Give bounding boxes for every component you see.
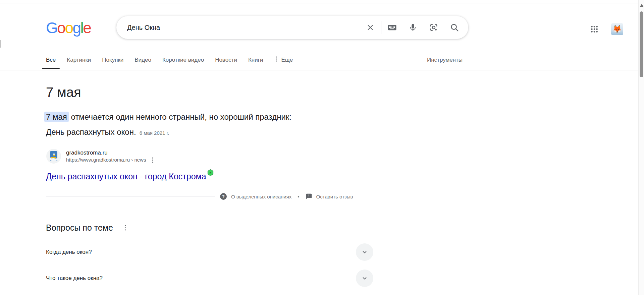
- apps-grid-glyph: [590, 25, 599, 34]
- search-submit-icon[interactable]: [449, 22, 460, 33]
- site-favicon[interactable]: [46, 149, 61, 164]
- search-results-main: 7 мая 7 мая отмечается один немного стра…: [46, 84, 374, 291]
- kaspersky-safe-badge-icon: К: [207, 169, 214, 176]
- search-input[interactable]: [127, 24, 365, 32]
- snippet-divider: [46, 196, 215, 196]
- google-search-results-page: Google: [0, 0, 644, 295]
- tools-button[interactable]: Инструменты: [427, 57, 463, 63]
- result-title-text: День распахнутых окон - город Кострома: [46, 172, 206, 181]
- lens-icon-glyph: [429, 23, 438, 32]
- top-divider: [0, 3, 644, 3]
- avatar-image: 🦊: [612, 25, 622, 34]
- feedback-icon[interactable]: [306, 193, 312, 200]
- tab-label: Видео: [135, 57, 151, 63]
- user-avatar[interactable]: 🦊: [611, 23, 623, 35]
- more-dots-icon: [274, 56, 279, 64]
- snippet-feedback-row: ? О выделенных описаниях • Оставить отзы…: [46, 192, 374, 200]
- scroll-up-arrow-icon[interactable]: [640, 4, 644, 7]
- logo-letter: g: [72, 19, 80, 37]
- tab-short-videos[interactable]: Короткие видео: [162, 50, 204, 70]
- svg-text:К: К: [209, 171, 211, 175]
- feedback-separator: •: [296, 194, 301, 199]
- magnifier-icon-glyph: [449, 22, 460, 33]
- tab-label: Короткие видео: [162, 57, 204, 63]
- results-tab-bar: Все Картинки Покупки Видео Короткие виде…: [0, 50, 638, 70]
- logo-letter: e: [83, 19, 91, 37]
- keyboard-icon[interactable]: [387, 22, 397, 33]
- tab-news[interactable]: Новости: [215, 50, 237, 70]
- page-scrollbar[interactable]: [638, 0, 644, 295]
- tab-books[interactable]: Книги: [248, 50, 263, 70]
- expand-question-button[interactable]: [356, 270, 373, 287]
- scrollbar-thumb[interactable]: [640, 11, 643, 77]
- tab-label: Картинки: [67, 57, 91, 63]
- google-logo[interactable]: Google: [46, 19, 91, 37]
- snippet-text-line2: День распахнутых окон.: [46, 127, 136, 136]
- tab-label: Книги: [248, 57, 263, 63]
- snippet-line-2: День распахнутых окон.6 мая 2021 г.: [46, 124, 374, 140]
- snippet-date: 6 мая 2021 г.: [140, 130, 169, 136]
- snippet-highlight: 7 мая: [44, 112, 69, 122]
- tab-label: Все: [46, 57, 56, 63]
- clear-search-icon[interactable]: [365, 22, 375, 33]
- people-also-ask-heading: Вопросы по теме: [46, 222, 113, 233]
- chevron-down-icon: [361, 248, 369, 256]
- question-text: Что такое день окна?: [46, 275, 103, 282]
- related-question-row[interactable]: Когда день окон?: [46, 239, 374, 265]
- keyboard-icon-glyph: [387, 22, 397, 33]
- logo-letter: G: [46, 19, 57, 37]
- camera-lens-icon[interactable]: [429, 22, 439, 33]
- source-url[interactable]: https://www.gradkostroma.ru › news: [66, 157, 155, 163]
- about-snippets-link[interactable]: О выделенных описаниях: [231, 194, 291, 199]
- microphone-icon[interactable]: [408, 22, 418, 33]
- result-source-row: gradkostroma.ru https://www.gradkostroma…: [46, 149, 374, 164]
- related-question-row[interactable]: Что такое день окна?: [46, 265, 374, 291]
- result-title-link[interactable]: День распахнутых окон - город КостромаК: [46, 169, 214, 182]
- left-edge-artifact: [0, 40, 1, 48]
- people-also-ask-section: Вопросы по теме Когда день окон?: [46, 222, 374, 291]
- source-domain[interactable]: gradkostroma.ru: [66, 149, 155, 157]
- section-options-icon[interactable]: [123, 225, 127, 231]
- svg-text:?: ?: [222, 194, 225, 199]
- question-text: Когда день окон?: [46, 249, 92, 255]
- close-icon: [366, 23, 375, 32]
- featured-snippet-text: 7 мая отмечается один немного странный, …: [46, 109, 374, 140]
- logo-letter: o: [65, 19, 72, 37]
- chevron-down-icon: [361, 274, 369, 282]
- tab-label: Ещё: [281, 57, 293, 63]
- tab-videos[interactable]: Видео: [135, 50, 151, 70]
- google-apps-grid-icon[interactable]: [589, 24, 600, 35]
- search-bar[interactable]: [116, 16, 468, 39]
- snippet-text-rest: отмечается один немного странный, но хор…: [69, 112, 291, 121]
- tab-label: Покупки: [102, 57, 123, 63]
- expand-question-button[interactable]: [356, 243, 373, 261]
- result-options-icon[interactable]: [151, 157, 155, 163]
- snippet-line-1: 7 мая отмечается один немного странный, …: [46, 109, 374, 124]
- tab-images[interactable]: Картинки: [67, 50, 91, 70]
- mic-icon-glyph: [408, 23, 418, 32]
- source-url-text: https://www.gradkostroma.ru › news: [66, 157, 146, 163]
- source-text-block: gradkostroma.ru https://www.gradkostroma…: [66, 149, 155, 163]
- logo-letter: o: [57, 19, 65, 37]
- related-questions-list: Когда день окон? Что такое день окна?: [46, 239, 374, 291]
- about-snippets-help-icon[interactable]: ?: [220, 193, 227, 200]
- tab-more[interactable]: Ещё: [274, 50, 293, 70]
- tab-shopping[interactable]: Покупки: [102, 50, 123, 70]
- tab-all[interactable]: Все: [46, 50, 56, 70]
- leave-feedback-link[interactable]: Оставить отзыв: [316, 194, 353, 199]
- tab-label: Новости: [215, 57, 237, 63]
- featured-snippet-heading: 7 мая: [46, 84, 374, 101]
- search-icons-divider: [381, 21, 381, 34]
